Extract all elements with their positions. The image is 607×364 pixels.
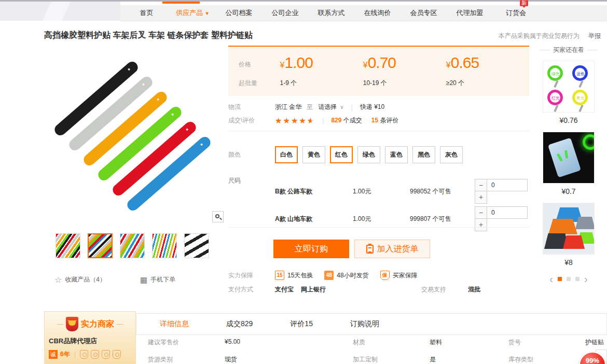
sku-name: B款 公路车款 [275, 187, 353, 196]
thumbnail-5[interactable] [184, 233, 209, 258]
order-now-button[interactable]: 立即订购 [273, 240, 349, 258]
favorite-button[interactable]: ☆ 收藏产品（4） [54, 275, 106, 285]
member-years: 6年 [60, 350, 70, 359]
attribute-row: 建议零售价¥5.00 材质塑料 货号护链贴 [136, 338, 607, 347]
main-product-image[interactable] [44, 49, 226, 226]
nav-item-agent[interactable]: 代理加盟 [447, 5, 493, 21]
sku-stock: 999807 个可售 [410, 215, 475, 223]
48-hours-icon: 48 [324, 271, 334, 280]
nav-item-home[interactable]: 首页 [123, 5, 170, 21]
shop-name[interactable]: CBR品牌代理店 [49, 337, 131, 346]
divider [228, 131, 529, 131]
add-to-cart-label: 加入进货单 [377, 244, 419, 255]
moq-label: 起批量 [239, 79, 280, 88]
thumbnail-1[interactable] [56, 233, 80, 258]
nav-item-order-fair[interactable]: 订货会 [493, 5, 539, 21]
guarantee-item-48h: 48 48小时发货 [324, 271, 368, 280]
nav-item-member-zone[interactable]: 会员专区 [401, 5, 447, 21]
add-to-cart-button[interactable]: 加入进货单 [354, 240, 430, 258]
zoom-magnifier-icon[interactable] [212, 211, 224, 222]
express-fee: 快递 ¥10 [360, 103, 384, 111]
moq-row: 起批量 1-9 个 10-19 个 ≥20 个 [239, 79, 529, 88]
price-row: 价格 ¥1.00 ¥0.70 ¥0.65 [239, 54, 529, 72]
new-badge: 新 [520, 0, 528, 6]
thumbnail-2-selected[interactable] [88, 233, 113, 258]
red-light-ring: 红光 [547, 90, 563, 105]
yellow-light-ring: 黄光 [572, 90, 588, 105]
color-options: 白色 黄色 红色 绿色 蓝色 黑色 灰色 [275, 146, 463, 163]
also-viewing-sidebar: 买家还在看 绿光 蓝色 红光 黄光 ¥0.76 ¥0.7 [540, 46, 598, 284]
color-option-gray[interactable]: 灰色 [440, 146, 463, 163]
attribute-row: 货源类别现货 加工定制是 库存类型整单 [136, 355, 607, 364]
pager-dot-2[interactable] [567, 277, 571, 281]
price-tier-3: ¥0.65 [446, 54, 529, 72]
nav-item-company-archive[interactable]: 公司档案 [216, 5, 262, 21]
moq-tier-2: 10-19 个 [363, 79, 446, 88]
sku-row-b: B款 公路车款 1.00元 998052 个可售 − + [275, 179, 529, 204]
color-option-red[interactable]: 红色 [330, 146, 353, 163]
deals-count-link[interactable]: 829 个成交 [331, 116, 371, 125]
green-light-ring: 绿光 [547, 65, 563, 81]
thumbnail-4[interactable] [152, 233, 177, 258]
product-attributes: 建议零售价¥5.00 材质塑料 货号护链贴 货源类别现货 加工定制是 库存类型整… [136, 338, 607, 364]
destination-select[interactable]: 请选择 [318, 103, 337, 111]
minus-button[interactable]: − [475, 179, 487, 191]
color-option-blue[interactable]: 蓝色 [385, 146, 408, 163]
sku-price: 1.00元 [353, 215, 410, 223]
tab-deals[interactable]: 成交829 [226, 319, 253, 329]
sku-name: A款 山地车款 [275, 215, 353, 223]
plus-button[interactable]: + [475, 191, 487, 204]
quantity-stepper-b: − + [475, 179, 528, 204]
mobile-order-button[interactable]: ▦ 手机下单 [110, 275, 175, 285]
color-option-black[interactable]: 黑色 [412, 146, 435, 163]
nav-item-inquiry[interactable]: 在线询价 [354, 5, 401, 21]
trade-notice: 本产品采购属于商业贸易行为 举报 [499, 32, 601, 40]
color-option-green[interactable]: 绿色 [357, 146, 380, 163]
strength-merchant-badge: — 实力商家 — [49, 317, 131, 331]
minus-button[interactable]: − [475, 206, 487, 219]
caret-down-icon: ▼ [205, 11, 210, 16]
pager-dot-1[interactable] [558, 277, 562, 281]
sidebar-product-2[interactable]: ¥0.7 [543, 132, 595, 195]
tab-reviews[interactable]: 评价15 [290, 319, 313, 329]
plus-button[interactable]: + [475, 219, 487, 231]
nav-item-company[interactable]: 公司企业 [262, 5, 308, 21]
divider [228, 227, 529, 228]
sidebar-product-price: ¥8 [543, 258, 595, 267]
sidebar-product-1[interactable]: 绿光 蓝色 红光 黄光 ¥0.76 [543, 61, 595, 124]
buyer-shield-icon: 保 [380, 271, 390, 280]
tab-order-notes[interactable]: 订购说明 [350, 319, 379, 329]
guarantee-item-15d: 15 15天包换 [275, 271, 313, 280]
nav-item-contact[interactable]: 联系方式 [308, 5, 354, 21]
seller-card: — 实力商家 — CBR品牌代理店 诚 6年 | [44, 311, 136, 364]
sidebar-product-3[interactable]: ¥8 [543, 203, 595, 267]
color-option-white[interactable]: 白色 [275, 146, 298, 163]
quantity-input-b[interactable] [487, 179, 528, 191]
color-option-yellow[interactable]: 黄色 [302, 146, 325, 163]
moq-tier-3: ≥20 个 [446, 79, 529, 88]
quantity-input-a[interactable] [487, 206, 528, 219]
sidebar-title: 买家还在看 [540, 46, 598, 54]
service-badge-icon-3 [102, 350, 110, 359]
sidebar-product-price: ¥0.76 [543, 116, 595, 124]
qr-code-icon: ▦ [140, 275, 147, 285]
color-label: 颜色 [228, 150, 275, 159]
pager-left-icon[interactable]: ‹ [549, 274, 553, 284]
reviews-count-link[interactable]: 15 条评价 [371, 116, 408, 125]
pager-dot-3[interactable] [575, 277, 580, 281]
guarantee-item-buyer: 保 买家保障 [380, 271, 418, 280]
gallery-actions: ☆ 收藏产品（4） ▦ 手机下单 [54, 275, 175, 285]
pager-right-icon[interactable]: › [584, 274, 588, 284]
payment-ebank: 网上银行 [301, 285, 326, 294]
tab-detail-info[interactable]: 详细信息 [160, 319, 189, 329]
report-link[interactable]: 举报 [588, 32, 601, 39]
15-days-icon: 15 [275, 271, 284, 280]
sku-stock: 998052 个可售 [410, 187, 475, 196]
sidebar-pagination: ‹ › [540, 274, 598, 284]
detail-tabs: 详细信息 成交829 评价15 订购说明 [136, 313, 607, 335]
trade-notice-text: 本产品采购属于商业贸易行为 [499, 32, 580, 39]
plastic-boxes-image [543, 203, 595, 255]
thumbnail-3[interactable] [120, 233, 145, 258]
valve-lights-image: 绿光 蓝色 红光 黄光 [543, 61, 595, 113]
nav-item-products[interactable]: 供应产品 ▼ [170, 5, 216, 21]
